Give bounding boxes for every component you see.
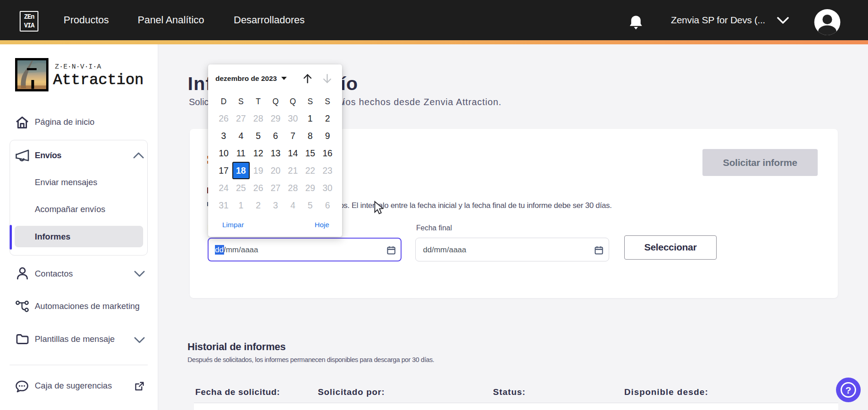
svg-text:?: ? <box>846 385 852 395</box>
